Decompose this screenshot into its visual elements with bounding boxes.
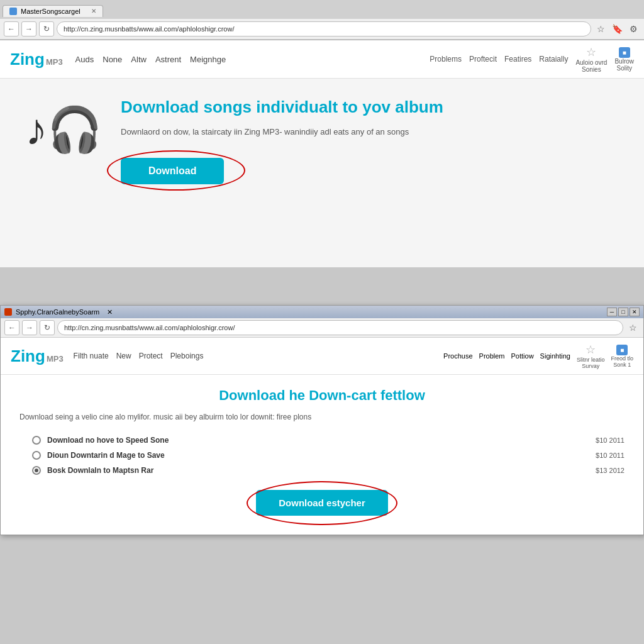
header-problems[interactable]: Problems <box>430 55 462 64</box>
titlebar-2: Spphy.ClranGalnebySoarm ✕ ─ □ ✕ <box>1 306 643 318</box>
download-btn-wrapper-1: Download <box>121 158 224 184</box>
radio-2[interactable] <box>32 451 41 460</box>
nav2-filth[interactable]: Filth nuate <box>74 352 109 360</box>
main-desc-2: Download seing a velio cine alo mylifor.… <box>19 411 625 423</box>
option-item-3[interactable]: Bosk Downlaln to Maptsn Rar $13 2012 <box>32 466 625 475</box>
logo-zing-2: Zing <box>11 347 45 366</box>
header2-btn1-sub: Survay <box>582 363 599 369</box>
close-button[interactable]: ✕ <box>630 308 640 316</box>
star-icon-2: ☆ <box>586 343 596 357</box>
radio-3-inner <box>35 469 38 472</box>
forward-button-2[interactable]: → <box>22 320 37 335</box>
option-label-3: Bosk Downlaln to Maptsn Rar <box>47 466 589 475</box>
hero-title-1: Download songs individualt to yov album <box>121 97 619 117</box>
back-button-2[interactable]: ← <box>4 320 19 335</box>
header2-pottiow[interactable]: Pottiow <box>511 352 534 360</box>
back-button[interactable]: ← <box>4 21 19 36</box>
main-content-2: Download he Down-cart fettlow Download s… <box>1 375 643 535</box>
tab-bar-1: MasterSongscargel ✕ <box>0 0 644 19</box>
site-logo-2: Zing MP3 <box>11 347 64 366</box>
header2-btn2-sub: Sonk 1 <box>613 362 631 368</box>
address-bar-2[interactable] <box>57 320 623 335</box>
main-title-2: Download he Down-cart fettlow <box>19 387 625 404</box>
page-2: Zing MP3 Filth nuate New Protect Pleboin… <box>1 338 643 535</box>
header2-prochuse[interactable]: Prochuse <box>443 352 472 360</box>
reload-button-2[interactable]: ↻ <box>40 320 55 335</box>
download-btn-wrapper-2: Download estycher ➡ <box>19 490 625 516</box>
header-btn2-label: Bulrow <box>614 58 634 65</box>
maximize-button[interactable]: □ <box>618 308 628 316</box>
tab-title-1: MasterSongscargel <box>21 8 80 15</box>
reload-button[interactable]: ↻ <box>39 21 54 36</box>
site-header-2: Zing MP3 Filth nuate New Protect Pleboin… <box>1 338 643 375</box>
tab-favicon-1 <box>9 8 17 15</box>
star-icon-1: ☆ <box>586 45 596 59</box>
site-nav-2: Filth nuate New Protect Pleboings <box>74 352 204 360</box>
header2-freod-btn[interactable]: ■ Freod tlo Sonk 1 <box>611 345 633 368</box>
option-item-2[interactable]: Dioun Downtarin d Mage to Save $10 2011 <box>32 451 625 460</box>
option-price-1: $10 2011 <box>596 436 625 444</box>
nav-link-astrent[interactable]: Astrent <box>155 55 181 64</box>
music-note-icon: ♪🎧 <box>25 104 102 155</box>
option-price-2: $10 2011 <box>596 452 625 459</box>
nav2-pleboings[interactable]: Pleboings <box>170 352 204 360</box>
hero-section-1: ♪🎧 Download songs individualt to yov alb… <box>0 79 644 267</box>
header-auloio-btn[interactable]: ☆ Auloio ovrd Sonies <box>575 45 607 73</box>
tab-close-2[interactable]: ✕ <box>107 308 113 316</box>
tab-favicon-2 <box>4 308 12 316</box>
option-price-3: $13 2012 <box>596 467 625 474</box>
nav-link-altw[interactable]: Altw <box>131 55 147 64</box>
option-label-2: Dioun Downtarin d Mage to Save <box>47 451 589 460</box>
option-label-1: Download no hove to Speed Sone <box>47 436 589 445</box>
options-list: Download no hove to Speed Sone $10 2011 … <box>32 436 625 475</box>
header-btn1-sub: Sonies <box>582 66 601 73</box>
header-btn2-sub: Solity <box>616 65 631 72</box>
logo-mp3-2: MP3 <box>47 354 64 364</box>
browser-nav-icons: ☆ 🔖 ⚙ <box>594 22 640 36</box>
download-button-2[interactable]: Download estycher <box>256 490 388 516</box>
option-item-1[interactable]: Download no hove to Speed Sone $10 2011 <box>32 436 625 445</box>
nav-bar-1: ← → ↻ ☆ 🔖 ⚙ <box>0 19 644 40</box>
hero-content-1: Download songs individualt to yov album … <box>121 97 619 184</box>
page-1: Zing MP3 Auds None Altw Astrent Meignhge… <box>0 40 644 267</box>
header-right-2: Prochuse Problem Pottiow Siginhting ☆ Sl… <box>443 343 633 369</box>
header-rataially[interactable]: Rataially <box>539 55 568 64</box>
tab-close-1[interactable]: ✕ <box>91 8 96 14</box>
browser-window-1: MasterSongscargel ✕ ← → ↻ ☆ 🔖 ⚙ <box>0 0 644 40</box>
nav-link-none[interactable]: None <box>103 55 122 64</box>
forward-button[interactable]: → <box>21 21 36 36</box>
download-button-1[interactable]: Download <box>121 158 224 184</box>
radio-3[interactable] <box>32 466 41 475</box>
bookmark-icon[interactable]: 🔖 <box>610 22 624 36</box>
header2-slitnr-btn[interactable]: ☆ Slitnr leatio Survay <box>577 343 605 369</box>
header-right-1: Problems Proftecit Featires Rataially ☆ … <box>430 45 634 73</box>
header-featires[interactable]: Featires <box>504 55 531 64</box>
tab-title-2: Spphy.ClranGalnebySoarm <box>16 308 99 316</box>
logo-zing-1: Zing <box>10 50 45 69</box>
nav2-protect[interactable]: Protect <box>139 352 163 360</box>
logo-mp3-1: MP3 <box>46 57 63 67</box>
browser-window-2: Spphy.ClranGalnebySoarm ✕ ─ □ ✕ ← → ↻ ☆ … <box>0 305 644 535</box>
site-nav-1: Auds None Altw Astrent Meignhge <box>75 55 226 64</box>
nav-bar-2: ← → ↻ ☆ <box>1 318 643 338</box>
star-nav-icon[interactable]: ☆ <box>594 22 608 36</box>
nav2-new[interactable]: New <box>116 352 131 360</box>
settings-icon[interactable]: ⚙ <box>626 22 640 36</box>
header-proftecit[interactable]: Proftecit <box>469 55 497 64</box>
address-bar-1[interactable] <box>57 21 591 36</box>
header-bulrow-btn[interactable]: ■ Bulrow Solity <box>614 47 634 72</box>
radio-1[interactable] <box>32 436 41 445</box>
minimize-button[interactable]: ─ <box>607 308 617 316</box>
blue-icon-1: ■ <box>619 47 630 58</box>
nav-link-meignhge[interactable]: Meignhge <box>190 55 226 64</box>
browser-tab-1[interactable]: MasterSongscargel ✕ <box>3 5 103 17</box>
nav-link-auds[interactable]: Auds <box>75 55 94 64</box>
header2-problem[interactable]: Problem <box>479 352 505 360</box>
header2-btn1-label: Slitnr leatio <box>577 357 605 363</box>
hero-desc-1: Downlaord on dow, la staircaty iin Zing … <box>121 126 619 139</box>
star-nav-icon-2[interactable]: ☆ <box>626 321 640 335</box>
header2-siginhting[interactable]: Siginhting <box>540 352 570 360</box>
site-logo-1: Zing MP3 <box>10 50 63 69</box>
site-header-1: Zing MP3 Auds None Altw Astrent Meignhge… <box>0 40 644 79</box>
window-controls: ─ □ ✕ <box>607 308 640 316</box>
